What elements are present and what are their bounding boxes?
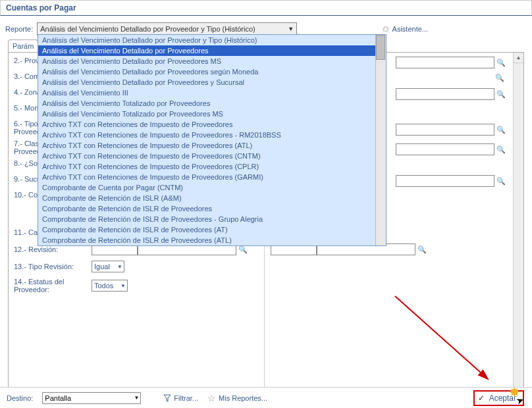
input-2b[interactable] [396,57,494,68]
filtrar-label: Filtrar... [174,394,198,402]
report-option[interactable]: Archivo TXT con Retenciones de Impuesto … [38,130,375,140]
report-option[interactable]: Análisis del Vencimiento Detallado por P… [38,66,375,77]
input-9b[interactable] [396,175,494,187]
report-option[interactable]: Análisis del Vencimiento Detallado por P… [38,45,375,56]
search-icon[interactable]: 🔍 [417,244,427,255]
scroll-up-icon[interactable]: ▲ [514,53,523,63]
dropdown-scroll-thumb[interactable] [376,35,385,60]
input-7b[interactable] [396,143,494,155]
search-icon[interactable]: 🔍 [496,57,506,68]
search-icon[interactable]: 🔍 [496,176,506,186]
select-tipo-rev[interactable]: Igual [92,261,124,272]
report-option[interactable]: Archivo TXT con Retenciones de Impuesto … [38,151,375,161]
report-option[interactable]: Comprobante de Retención de ISLR de Prov… [38,214,375,224]
report-option[interactable]: Comprobante de Retención de ISLR (A&M) [38,193,375,203]
filtrar-link[interactable]: Filtrar... [163,394,198,402]
select-estatus-value: Todos [94,282,113,290]
search-icon[interactable]: 🔍 [496,89,506,99]
report-option[interactable]: Análisis del Vencimiento III [38,88,375,98]
select-estatus[interactable]: Todos [92,280,128,292]
wizard-icon: ✩ [382,24,390,34]
report-dropdown-list: Análisis del Vencimiento Detallado por P… [38,35,375,245]
destino-label: Destino: [7,394,33,402]
report-label: Reporte: [5,25,33,33]
aceptar-label: Aceptar [489,394,516,403]
input-4b[interactable] [396,88,494,100]
bottom-bar: Destino: Pantalla Filtrar... ☆ Mis Repor… [0,387,532,408]
report-dropdown[interactable]: Análisis del Vencimiento Detallado por P… [38,34,386,246]
misreportes-label: Mis Reportes... [219,394,267,402]
search-icon[interactable]: 🔍 [496,124,506,135]
check-icon: ✓ [478,394,485,403]
search-icon[interactable]: 🔍 [496,144,506,155]
report-option[interactable]: Comprobante de Retención de ISLR de Prov… [38,203,375,214]
window-title-text: Cuentas por Pagar [6,3,76,13]
dropdown-scrollbar[interactable] [375,35,386,245]
funnel-icon [163,394,171,402]
report-option[interactable]: Comprobante de Cuenta por Pagar (CNTM) [38,182,375,193]
report-option[interactable]: Comprobante de Retención de ISLR de Prov… [38,235,375,245]
tab-parametros[interactable]: Parám [8,39,38,52]
misreportes-link[interactable]: ☆ Mis Reportes... [207,393,267,403]
report-option[interactable]: Archivo TXT con Retenciones de Impuesto … [38,161,375,172]
report-option[interactable]: Análisis del Vencimiento Detallado por P… [38,77,375,88]
select-tipo-rev-value: Igual [94,263,110,270]
report-option[interactable]: Archivo TXT con Retenciones de Impuesto … [38,172,375,182]
report-option[interactable]: Análisis del Vencimiento Totalizado por … [38,98,375,109]
star-icon: ☆ [207,393,216,403]
report-option[interactable]: Análisis del Vencimiento Detallado por P… [38,35,375,45]
report-select[interactable]: Análisis del Vencimiento Detallado por P… [37,22,297,36]
asistente-label: Asistente... [392,25,428,33]
aceptar-button[interactable]: ✓ Aceptar [473,390,524,406]
scrollbar[interactable]: ▲ ▼ [513,53,523,401]
report-option[interactable]: Comprobante de Retención de ISLR de Prov… [38,224,375,235]
label-12: 12.- Revisión: [14,245,92,253]
search-icon[interactable]: 🔍 [494,72,505,83]
report-option[interactable]: Archivo TXT con Retenciones de Impuesto … [38,140,375,151]
label-13: 13.- Tipo Revisión: [14,263,92,270]
input-6b[interactable] [396,124,494,136]
window-title: Cuentas por Pagar [0,0,532,16]
asistente-link[interactable]: ✩ Asistente... [382,24,428,34]
report-option[interactable]: Archivo TXT con Retenciones de Impuesto … [38,119,375,130]
destino-value: Pantalla [45,394,71,402]
label-14: 14.- Estatus del Proveedor: [14,278,92,293]
destino-select[interactable]: Pantalla [42,392,141,404]
report-option[interactable]: Análisis del Vencimiento Detallado por P… [38,56,375,66]
tab-label: Parám [13,42,34,50]
report-select-value: Análisis del Vencimiento Detallado por P… [40,25,255,33]
report-option[interactable]: Análisis del Vencimiento Totalizado por … [38,109,375,119]
